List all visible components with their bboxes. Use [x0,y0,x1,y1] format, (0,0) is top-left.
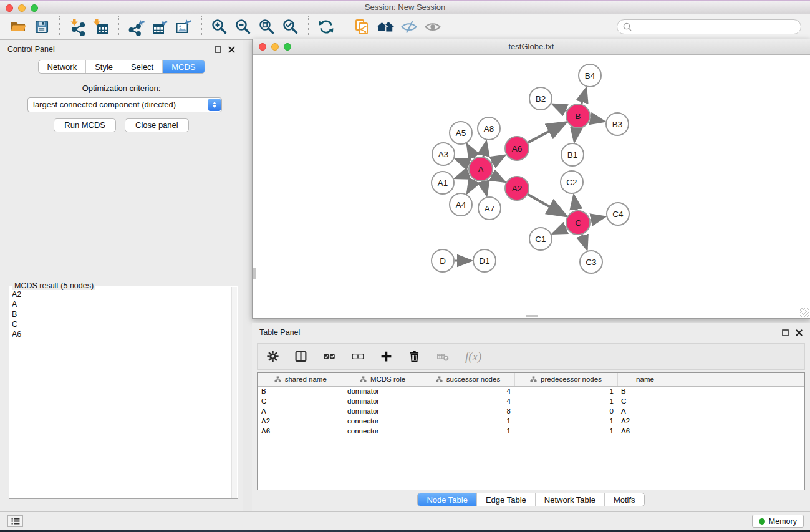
graph-edge-A-A8[interactable] [483,142,486,157]
toolbar-separator [201,16,202,37]
column-header-predecessor-nodes[interactable]: predecessor nodes [514,373,617,386]
tab-network[interactable]: Network [38,60,85,73]
table-row[interactable]: A6connector11A6 [258,426,804,436]
result-item[interactable]: B [12,309,230,319]
minimize-window-button[interactable] [18,4,26,12]
task-history-button[interactable] [7,515,23,527]
graph-edge-B-B1[interactable] [574,128,576,141]
import-network-button[interactable] [67,16,88,37]
float-panel-icon[interactable] [215,46,221,53]
copy-documents-icon [353,18,370,36]
column-header-mcds-role[interactable]: MCDS role [344,373,422,386]
table-row[interactable]: Bdominator41B [258,386,804,396]
tab-network-table[interactable]: Network Table [535,493,604,506]
graph-edge-B-B4[interactable] [582,89,586,104]
show-columns-button[interactable] [294,350,307,363]
search-input[interactable] [632,22,796,31]
main-toolbar [0,14,810,40]
graph-node-label-A: A [478,165,483,174]
table-settings-button[interactable] [266,350,279,363]
export-image-icon [175,18,193,36]
table-row[interactable]: A2connector11A2 [258,416,804,426]
graph-edge-A-A3[interactable] [456,159,469,164]
network-graph: B4B2BB3B1A5A8A6A3AA1A2A4A7C2CC4C1C3DD1 [253,56,809,317]
trash-icon [408,350,421,363]
graph-node-label-B: B [575,112,581,121]
export-network-button[interactable] [126,16,147,37]
column-header-successor-nodes[interactable]: successor nodes [422,373,514,386]
graph-edge-C-C3[interactable] [582,235,587,249]
zoom-selected-button[interactable] [280,16,301,37]
float-panel-icon[interactable] [782,329,789,336]
delete-column-button[interactable] [408,350,421,363]
tab-node-table[interactable]: Node Table [418,493,476,506]
node-table-body: Bdominator41BCdominator41CAdominator80AA… [258,386,804,436]
hide-selected-button[interactable] [398,16,420,37]
close-panel-button[interactable]: Close panel [125,118,189,132]
toolbar-separator [118,16,119,37]
result-list-scrollbar[interactable] [231,287,237,498]
graph-edge-A-A5[interactable] [468,145,475,158]
run-mcds-button[interactable]: Run MCDS [54,118,116,132]
eye-slash-icon [400,18,418,36]
graph-edge-B-B3[interactable] [591,118,604,122]
graph-edge-A-A7[interactable] [483,181,486,195]
zoom-in-button[interactable] [209,16,230,37]
tab-motifs[interactable]: Motifs [604,493,644,506]
network-zoom-button[interactable] [284,43,291,51]
column-header-name[interactable]: name [617,373,673,386]
result-item[interactable]: A6 [12,329,230,339]
delete-table-button[interactable] [436,350,450,363]
column-header-shared-name[interactable]: shared name [258,373,344,386]
function-builder-button[interactable]: f(x) [465,350,481,364]
tab-mcds[interactable]: MCDS [162,60,204,73]
close-window-button[interactable] [6,4,13,12]
select-all-button[interactable] [322,350,336,363]
copy-style-button[interactable] [351,16,372,37]
add-column-button[interactable] [380,350,393,363]
tab-style[interactable]: Style [85,60,122,73]
show-all-button[interactable] [422,16,443,37]
network-minimize-button[interactable] [271,43,279,51]
canvas-vscroll-thumb[interactable] [253,268,256,279]
result-item[interactable]: A2 [12,289,230,299]
table-row[interactable]: Adominator80A [258,406,804,416]
graph-edge-A6-B[interactable] [528,123,566,143]
graph-edge-A-A4[interactable] [468,180,475,192]
node-table[interactable]: shared name MCDS role successor nodes [257,372,805,490]
resize-grip[interactable] [800,308,809,317]
export-table-button[interactable] [150,16,171,37]
tab-select[interactable]: Select [122,60,162,73]
export-image-button[interactable] [173,16,195,37]
zoom-out-button[interactable] [233,16,254,37]
table-row[interactable]: Cdominator41C [258,396,804,406]
graph-edge-B-B2[interactable] [553,104,567,110]
graph-edge-A2-C[interactable] [528,195,566,216]
close-panel-icon[interactable] [228,46,235,53]
open-session-button[interactable] [7,16,29,37]
result-item[interactable]: C [12,319,230,329]
result-item[interactable]: A [12,299,230,309]
toolbar-separator [59,16,60,37]
import-table-button[interactable] [90,16,112,37]
zoom-window-button[interactable] [31,4,38,12]
memory-button[interactable]: Memory [752,515,804,528]
memory-status-icon [759,518,765,525]
graph-edge-A-A2[interactable] [492,175,504,181]
graph-edge-C-C4[interactable] [591,217,605,220]
graph-edge-C-C1[interactable] [553,228,566,233]
save-session-button[interactable] [31,16,52,37]
deselect-all-button[interactable] [351,350,365,363]
refresh-button[interactable] [316,16,337,37]
network-close-button[interactable] [259,43,266,51]
graph-edge-A-A6[interactable] [491,155,504,163]
tab-edge-table[interactable]: Edge Table [476,493,535,506]
graph-edge-A-A1[interactable] [456,173,469,178]
zoom-fit-button[interactable] [256,16,277,37]
graph-edge-C-C2[interactable] [574,196,576,210]
close-panel-icon[interactable] [796,329,803,336]
network-canvas[interactable]: B4B2BB3B1A5A8A6A3AA1A2A4A7C2CC4C1C3DD1 [253,56,809,317]
first-neighbors-button[interactable] [375,16,396,37]
canvas-hscroll-thumb[interactable] [526,315,538,317]
optimization-criterion-dropdown[interactable]: largest connected component (directed) [27,97,222,112]
